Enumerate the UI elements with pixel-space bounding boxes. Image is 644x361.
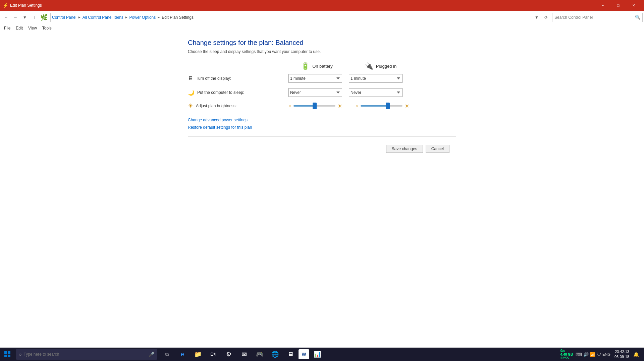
game-icon[interactable]: 🎮 (252, 348, 267, 361)
breadcrumb-current: Edit Plan Settings (162, 15, 194, 20)
system-clock[interactable]: 23:42:13 06-09-18 (614, 349, 629, 360)
display-label-text: Turn off the display: (196, 76, 231, 81)
window-controls: − □ ✕ (595, 0, 641, 11)
sys-tray: ⌨ 🔊 📶 🛡 ENG (576, 352, 610, 357)
taskbar: ○ 🎤 ⧉ e 📁 🛍 ⚙ ✉ 🎮 🌐 🖥 W 📊 0/s 4.48 GB 22… (0, 348, 644, 361)
battery-label: On battery (312, 64, 333, 69)
taskbar-search-bar[interactable]: ○ 🎤 (16, 349, 157, 360)
menu-tools[interactable]: Tools (40, 25, 54, 31)
links-section: Change advanced power settings Restore d… (188, 118, 456, 130)
keyboard-icon: ⌨ (576, 352, 582, 357)
edge-icon[interactable]: e (175, 348, 190, 361)
restore-defaults-link[interactable]: Restore default settings for this plan (188, 125, 456, 130)
save-button[interactable]: Save changes (386, 145, 423, 153)
breadcrumb-sep-1: ► (78, 15, 81, 19)
plugged-label: Plugged in (376, 64, 396, 69)
center-section: Change settings for the plan: Balanced C… (188, 39, 456, 156)
display-battery-select[interactable]: 1 minute 2 minutes 3 minutes 5 minutes 1… (288, 74, 342, 83)
network-icon[interactable]: 📶 (590, 352, 595, 357)
breadcrumb-control-panel[interactable]: Control Panel (52, 15, 76, 20)
task-view-button[interactable]: ⧉ (160, 348, 174, 361)
chart-icon[interactable]: 📊 (310, 348, 325, 361)
sleep-icon: 🌙 (188, 89, 195, 96)
forward-button[interactable]: → (11, 13, 20, 22)
maximize-button[interactable]: □ (610, 0, 626, 11)
cancel-button[interactable]: Cancel (426, 145, 449, 153)
monitor-icon[interactable]: 🖥 (283, 348, 298, 361)
menu-view[interactable]: View (25, 25, 40, 31)
clock-date: 06-09-18 (614, 354, 629, 359)
brightness-label-text: Adjust plan brightness: (196, 104, 236, 108)
search-input[interactable] (552, 15, 633, 20)
plugged-icon: 🔌 (365, 62, 373, 70)
search-button[interactable]: 🔍 (633, 13, 642, 22)
title-bar-text: Edit Plan Settings (10, 3, 595, 8)
microphone-icon[interactable]: 🎤 (149, 352, 154, 357)
plugged-brightness-control: ☀ ☀ (356, 103, 409, 109)
breadcrumb: Control Panel ► All Control Panel Items … (50, 13, 529, 22)
file-explorer-icon[interactable]: 📁 (191, 348, 205, 361)
security-icon: 🛡 (597, 352, 601, 357)
breadcrumb-all-items[interactable]: All Control Panel Items (83, 15, 123, 20)
taskbar-right: 0/s 4.48 GB 22:55 ⌨ 🔊 📶 🛡 ENG 23:42:13 0… (560, 348, 644, 361)
home-icon: 🌿 (40, 14, 48, 21)
dropdown-button[interactable]: ▼ (20, 13, 30, 22)
search-box: 🔍 (552, 13, 643, 22)
browser-icon[interactable]: 🌐 (268, 348, 282, 361)
store-icon[interactable]: 🛍 (206, 348, 221, 361)
notification-button[interactable]: 🔔 (631, 348, 641, 361)
sun-small-battery: ☀ (288, 104, 291, 108)
sleep-setting-row: 🌙 Put the computer to sleep: 1 minute 2 … (188, 88, 456, 97)
plugged-slider-thumb[interactable] (386, 103, 390, 109)
settings-icon[interactable]: ⚙ (221, 348, 236, 361)
breadcrumb-sep-3: ► (157, 15, 160, 19)
page-subtitle: Choose the sleep and display settings th… (188, 49, 456, 54)
battery-icon: 🔋 (301, 62, 310, 70)
lang-label: ENG (602, 352, 610, 356)
nav-history-dropdown: ▼ ⟳ (532, 13, 551, 22)
display-icon: 🖥 (188, 75, 193, 81)
breadcrumb-power-options[interactable]: Power Options (129, 15, 156, 20)
column-headers: 🔋 On battery 🔌 Plugged in (288, 62, 456, 70)
clock-time: 23:42:13 (614, 349, 629, 354)
battery-column-header: 🔋 On battery (288, 62, 345, 70)
brightness-icon: ☀ (188, 102, 193, 110)
up-button[interactable]: ↑ (30, 13, 39, 22)
navigation-bar: ← → ▼ ↑ 🌿 Control Panel ► All Control Pa… (0, 11, 644, 24)
back-button[interactable]: ← (1, 13, 11, 22)
sun-large-battery: ☀ (337, 103, 342, 109)
sleep-battery-select[interactable]: 1 minute 2 minutes 5 minutes 10 minutes … (288, 88, 342, 97)
taskbar-search-input[interactable] (23, 352, 149, 357)
page-title: Change settings for the plan: Balanced (188, 39, 456, 47)
volume-icon[interactable]: 🔊 (583, 352, 589, 357)
brightness-row: ☀ Adjust plan brightness: ☀ ☀ ☀ ☀ (188, 102, 456, 110)
close-button[interactable]: ✕ (626, 0, 641, 11)
sleep-plugged-select[interactable]: 1 minute 2 minutes 5 minutes 10 minutes … (349, 88, 402, 97)
display-setting-row: 🖥 Turn off the display: 1 minute 2 minut… (188, 74, 456, 83)
minimize-button[interactable]: − (595, 0, 610, 11)
app-icon: ⚡ (3, 3, 8, 8)
plugged-slider-fill (361, 105, 388, 107)
menu-file[interactable]: File (1, 25, 13, 31)
svg-rect-0 (4, 351, 7, 354)
history-dropdown-button[interactable]: ▼ (532, 13, 541, 22)
mail-icon[interactable]: ✉ (237, 348, 252, 361)
net-time: 22:55 (560, 356, 573, 360)
svg-rect-2 (4, 355, 7, 357)
display-label: 🖥 Turn off the display: (188, 75, 282, 81)
menu-edit[interactable]: Edit (13, 25, 25, 31)
battery-brightness-control: ☀ ☀ (288, 103, 342, 109)
taskbar-app-icons: ⧉ e 📁 🛍 ⚙ ✉ 🎮 🌐 🖥 W 📊 (158, 348, 560, 361)
net-monitor: 0/s 4.48 GB 22:55 (560, 349, 573, 360)
advanced-settings-link[interactable]: Change advanced power settings (188, 118, 456, 122)
svg-rect-3 (8, 355, 10, 357)
refresh-button[interactable]: ⟳ (541, 13, 551, 22)
display-plugged-select[interactable]: 1 minute 2 minutes 3 minutes 5 minutes 1… (349, 74, 402, 83)
battery-slider-track (293, 105, 335, 107)
title-bar: ⚡ Edit Plan Settings − □ ✕ (0, 0, 644, 11)
word-icon[interactable]: W (299, 349, 309, 359)
plugged-slider-track (361, 105, 402, 107)
sleep-label-text: Put the computer to sleep: (197, 90, 244, 95)
start-button[interactable] (0, 348, 15, 361)
battery-slider-thumb[interactable] (313, 103, 317, 109)
